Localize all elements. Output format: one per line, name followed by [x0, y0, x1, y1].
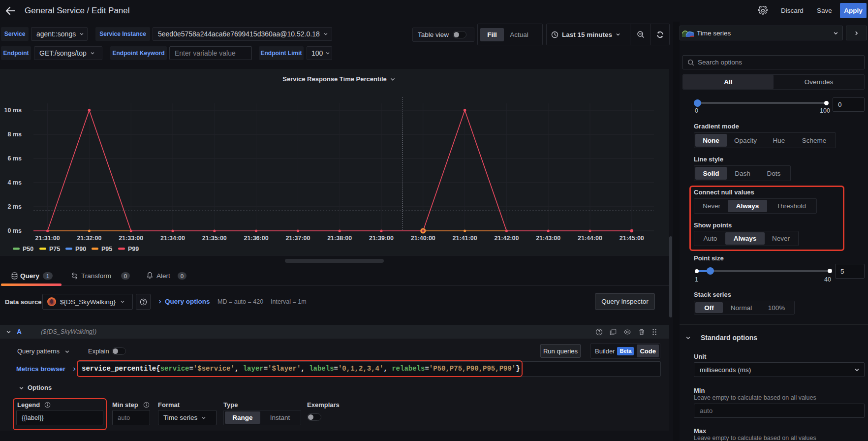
svg-text:P90: P90: [75, 246, 86, 252]
svg-text:6 ms: 6 ms: [8, 155, 22, 162]
svg-text:21:43:00: 21:43:00: [536, 235, 560, 242]
svg-text:P95: P95: [101, 246, 112, 252]
svg-text:21:38:00: 21:38:00: [327, 235, 352, 242]
svg-text:4 ms: 4 ms: [8, 179, 22, 186]
svg-text:21:31:00: 21:31:00: [35, 235, 60, 242]
svg-text:21:39:00: 21:39:00: [369, 235, 394, 242]
svg-text:21:36:00: 21:36:00: [244, 235, 269, 242]
svg-text:8 ms: 8 ms: [8, 131, 22, 138]
svg-text:10 ms: 10 ms: [4, 107, 22, 114]
svg-text:21:41:00: 21:41:00: [453, 235, 477, 242]
svg-text:P99: P99: [128, 246, 139, 252]
svg-text:P50: P50: [23, 246, 33, 252]
svg-text:21:33:00: 21:33:00: [119, 235, 143, 242]
svg-text:0 ms: 0 ms: [8, 227, 22, 234]
svg-text:21:35:00: 21:35:00: [202, 235, 227, 242]
svg-text:21:40:00: 21:40:00: [411, 235, 435, 242]
svg-text:21:45:00: 21:45:00: [620, 235, 644, 242]
svg-text:2 ms: 2 ms: [8, 203, 22, 210]
svg-text:21:34:00: 21:34:00: [160, 235, 185, 242]
svg-text:21:37:00: 21:37:00: [285, 235, 310, 242]
svg-text:21:44:00: 21:44:00: [578, 235, 602, 242]
svg-text:21:42:00: 21:42:00: [494, 235, 519, 242]
svg-text:P75: P75: [49, 246, 60, 252]
svg-text:21:32:00: 21:32:00: [77, 235, 101, 242]
